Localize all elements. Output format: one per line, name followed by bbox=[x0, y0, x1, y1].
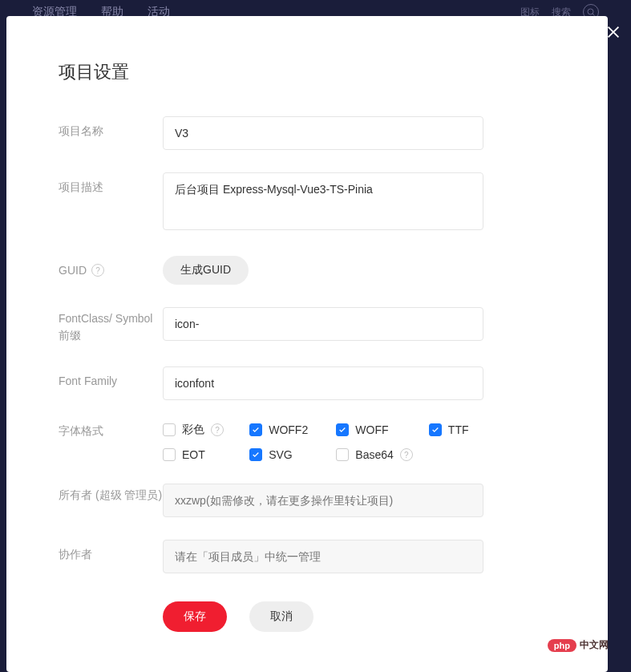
cancel-button[interactable]: 取消 bbox=[249, 601, 313, 632]
checkbox-label-eot: EOT bbox=[182, 448, 205, 461]
project-desc-input[interactable]: 后台项目 Express-Mysql-Vue3-TS-Pinia bbox=[163, 172, 483, 230]
checkbox-eot[interactable] bbox=[163, 448, 176, 461]
font-family-input[interactable] bbox=[163, 366, 483, 400]
php-cn-text: 中文网 bbox=[580, 638, 609, 652]
checkbox-label-svg: SVG bbox=[269, 448, 293, 461]
project-name-input[interactable] bbox=[163, 116, 483, 150]
php-pill: php bbox=[548, 639, 576, 652]
modal-title: 项目设置 bbox=[59, 60, 556, 84]
checkbox-ttf[interactable] bbox=[429, 423, 442, 436]
label-guid: GUID ? bbox=[59, 256, 163, 277]
checkbox-label-woff2: WOFF2 bbox=[269, 423, 308, 436]
collaborator-input bbox=[163, 540, 483, 573]
label-project-name: 项目名称 bbox=[59, 116, 163, 139]
label-font-formats: 字体格式 bbox=[59, 423, 163, 439]
label-collaborator: 协作者 bbox=[59, 540, 163, 562]
svg-point-0 bbox=[588, 9, 593, 14]
checkbox-label-base64: Base64 bbox=[355, 448, 393, 461]
php-watermark: php 中文网 bbox=[548, 638, 609, 652]
generate-guid-button[interactable]: 生成GUID bbox=[163, 256, 249, 285]
checkbox-label-color: 彩色 bbox=[182, 423, 204, 437]
prefix-input[interactable] bbox=[163, 307, 483, 341]
help-icon[interactable]: ? bbox=[400, 448, 413, 461]
checkbox-color[interactable] bbox=[163, 423, 176, 436]
save-button[interactable]: 保存 bbox=[163, 601, 227, 632]
label-font-family: Font Family bbox=[59, 366, 163, 387]
help-icon[interactable]: ? bbox=[211, 423, 224, 436]
label-prefix: FontClass/ Symbol 前缀 bbox=[59, 307, 163, 344]
checkbox-svg[interactable] bbox=[249, 448, 262, 461]
checkbox-label-ttf: TTF bbox=[448, 423, 469, 436]
label-project-desc: 项目描述 bbox=[59, 172, 163, 195]
label-owner: 所有者 (超级 管理员) bbox=[59, 484, 163, 504]
project-settings-modal: 项目设置 项目名称 项目描述 后台项目 Express-Mysql-Vue3-T… bbox=[6, 16, 608, 672]
checkbox-woff2[interactable] bbox=[249, 423, 262, 436]
owner-input bbox=[163, 484, 483, 517]
checkbox-label-woff: WOFF bbox=[355, 423, 388, 436]
checkbox-woff[interactable] bbox=[336, 423, 349, 436]
checkbox-base64[interactable] bbox=[336, 448, 349, 461]
help-icon[interactable]: ? bbox=[91, 264, 104, 277]
